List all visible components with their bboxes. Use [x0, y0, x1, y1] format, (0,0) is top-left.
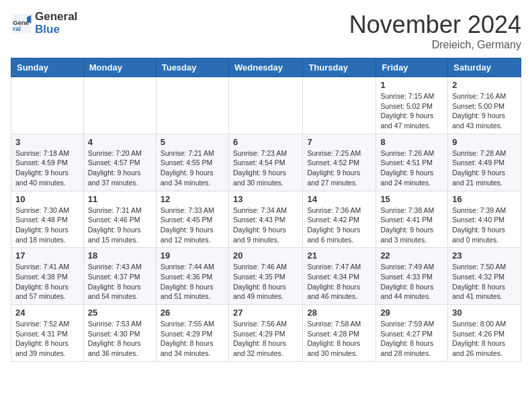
day-cell: 30Sunrise: 8:00 AM Sunset: 4:26 PM Dayli… — [448, 305, 521, 362]
day-info: Sunrise: 7:43 AM Sunset: 4:37 PM Dayligh… — [88, 262, 152, 302]
day-cell: 21Sunrise: 7:47 AM Sunset: 4:34 PM Dayli… — [303, 248, 376, 305]
day-info: Sunrise: 7:39 AM Sunset: 4:40 PM Dayligh… — [452, 205, 517, 245]
day-number: 24 — [15, 308, 79, 318]
weekday-header-wednesday: Wednesday — [228, 58, 302, 77]
calendar: SundayMondayTuesdayWednesdayThursdayFrid… — [11, 58, 521, 362]
day-number: 30 — [452, 308, 517, 318]
day-cell: 11Sunrise: 7:31 AM Sunset: 4:46 PM Dayli… — [83, 191, 156, 248]
day-number: 11 — [88, 194, 152, 204]
day-number: 10 — [15, 194, 79, 204]
day-cell: 27Sunrise: 7:56 AM Sunset: 4:29 PM Dayli… — [228, 305, 302, 362]
day-number: 28 — [307, 308, 371, 318]
weekday-header-friday: Friday — [376, 58, 448, 77]
day-cell: 22Sunrise: 7:49 AM Sunset: 4:33 PM Dayli… — [376, 248, 448, 305]
day-number: 21 — [307, 250, 371, 261]
day-cell: 8Sunrise: 7:26 AM Sunset: 4:51 PM Daylig… — [376, 134, 448, 191]
day-cell — [228, 77, 302, 134]
day-number: 17 — [15, 250, 79, 261]
day-cell — [156, 77, 228, 134]
day-number: 23 — [452, 250, 517, 261]
day-cell: 9Sunrise: 7:28 AM Sunset: 4:49 PM Daylig… — [448, 134, 521, 191]
day-number: 12 — [161, 194, 224, 204]
weekday-header-saturday: Saturday — [448, 58, 521, 77]
day-info: Sunrise: 7:33 AM Sunset: 4:45 PM Dayligh… — [161, 205, 224, 245]
week-row-4: 17Sunrise: 7:41 AM Sunset: 4:38 PM Dayli… — [11, 248, 521, 305]
day-cell: 1Sunrise: 7:15 AM Sunset: 5:02 PM Daylig… — [376, 77, 448, 134]
day-info: Sunrise: 7:55 AM Sunset: 4:29 PM Dayligh… — [161, 319, 224, 359]
day-cell: 19Sunrise: 7:44 AM Sunset: 4:36 PM Dayli… — [156, 248, 228, 305]
day-cell: 14Sunrise: 7:36 AM Sunset: 4:42 PM Dayli… — [303, 191, 376, 248]
day-cell: 10Sunrise: 7:30 AM Sunset: 4:48 PM Dayli… — [11, 191, 84, 248]
day-info: Sunrise: 7:20 AM Sunset: 4:57 PM Dayligh… — [88, 148, 152, 188]
day-cell: 12Sunrise: 7:33 AM Sunset: 4:45 PM Dayli… — [156, 191, 228, 248]
day-info: Sunrise: 7:52 AM Sunset: 4:31 PM Dayligh… — [15, 319, 79, 359]
day-info: Sunrise: 7:34 AM Sunset: 4:43 PM Dayligh… — [233, 205, 298, 245]
day-number: 9 — [452, 137, 517, 147]
day-number: 6 — [233, 137, 298, 147]
logo-icon: Gene ral — [11, 13, 32, 34]
day-info: Sunrise: 7:47 AM Sunset: 4:34 PM Dayligh… — [307, 262, 371, 302]
day-info: Sunrise: 7:53 AM Sunset: 4:30 PM Dayligh… — [88, 319, 152, 359]
day-info: Sunrise: 7:18 AM Sunset: 4:59 PM Dayligh… — [15, 148, 79, 188]
day-cell: 18Sunrise: 7:43 AM Sunset: 4:37 PM Dayli… — [83, 248, 156, 305]
day-number: 15 — [380, 194, 443, 204]
day-info: Sunrise: 7:44 AM Sunset: 4:36 PM Dayligh… — [161, 262, 224, 302]
day-number: 7 — [307, 137, 371, 147]
day-info: Sunrise: 7:59 AM Sunset: 4:27 PM Dayligh… — [380, 319, 443, 359]
day-number: 19 — [161, 250, 224, 261]
day-number: 18 — [88, 250, 152, 261]
day-number: 14 — [307, 194, 371, 204]
week-row-3: 10Sunrise: 7:30 AM Sunset: 4:48 PM Dayli… — [11, 191, 521, 248]
day-info: Sunrise: 7:25 AM Sunset: 4:52 PM Dayligh… — [307, 148, 371, 188]
week-row-2: 3Sunrise: 7:18 AM Sunset: 4:59 PM Daylig… — [11, 134, 521, 191]
day-number: 13 — [233, 194, 298, 204]
day-cell: 4Sunrise: 7:20 AM Sunset: 4:57 PM Daylig… — [83, 134, 156, 191]
weekday-header-sunday: Sunday — [11, 58, 84, 77]
day-cell: 25Sunrise: 7:53 AM Sunset: 4:30 PM Dayli… — [83, 305, 156, 362]
day-cell: 3Sunrise: 7:18 AM Sunset: 4:59 PM Daylig… — [11, 134, 84, 191]
location: Dreieich, Germany — [349, 39, 521, 51]
day-cell: 24Sunrise: 7:52 AM Sunset: 4:31 PM Dayli… — [11, 305, 84, 362]
day-cell: 5Sunrise: 7:21 AM Sunset: 4:55 PM Daylig… — [156, 134, 228, 191]
day-info: Sunrise: 7:15 AM Sunset: 5:02 PM Dayligh… — [380, 91, 443, 131]
logo-text: General Blue — [35, 11, 77, 36]
day-info: Sunrise: 7:58 AM Sunset: 4:28 PM Dayligh… — [307, 319, 371, 359]
day-cell: 15Sunrise: 7:38 AM Sunset: 4:41 PM Dayli… — [376, 191, 448, 248]
title-area: November 2024 Dreieich, Germany — [349, 11, 521, 51]
day-number: 3 — [15, 137, 79, 147]
week-row-5: 24Sunrise: 7:52 AM Sunset: 4:31 PM Dayli… — [11, 305, 521, 362]
logo: Gene ral General Blue — [11, 11, 77, 36]
svg-text:ral: ral — [13, 25, 21, 32]
day-cell: 6Sunrise: 7:23 AM Sunset: 4:54 PM Daylig… — [228, 134, 302, 191]
day-cell: 29Sunrise: 7:59 AM Sunset: 4:27 PM Dayli… — [376, 305, 448, 362]
day-info: Sunrise: 7:38 AM Sunset: 4:41 PM Dayligh… — [380, 205, 443, 245]
day-cell — [11, 77, 84, 134]
day-info: Sunrise: 7:16 AM Sunset: 5:00 PM Dayligh… — [452, 91, 517, 131]
day-info: Sunrise: 7:49 AM Sunset: 4:33 PM Dayligh… — [380, 262, 443, 302]
day-number: 1 — [380, 80, 443, 90]
day-cell: 16Sunrise: 7:39 AM Sunset: 4:40 PM Dayli… — [448, 191, 521, 248]
day-info: Sunrise: 7:26 AM Sunset: 4:51 PM Dayligh… — [380, 148, 443, 188]
logo-blue: Blue — [35, 24, 77, 36]
day-number: 5 — [161, 137, 224, 147]
day-cell: 26Sunrise: 7:55 AM Sunset: 4:29 PM Dayli… — [156, 305, 228, 362]
day-number: 16 — [452, 194, 517, 204]
day-number: 4 — [88, 137, 152, 147]
month-title: November 2024 — [349, 11, 521, 39]
day-number: 22 — [380, 250, 443, 261]
day-number: 20 — [233, 250, 298, 261]
day-info: Sunrise: 7:36 AM Sunset: 4:42 PM Dayligh… — [307, 205, 371, 245]
day-info: Sunrise: 7:23 AM Sunset: 4:54 PM Dayligh… — [233, 148, 298, 188]
weekday-header-tuesday: Tuesday — [156, 58, 228, 77]
day-number: 29 — [380, 308, 443, 318]
day-info: Sunrise: 7:50 AM Sunset: 4:32 PM Dayligh… — [452, 262, 517, 302]
day-number: 2 — [452, 80, 517, 90]
day-info: Sunrise: 7:56 AM Sunset: 4:29 PM Dayligh… — [233, 319, 298, 359]
weekday-header-thursday: Thursday — [303, 58, 376, 77]
day-number: 25 — [88, 308, 152, 318]
day-cell — [83, 77, 156, 134]
day-number: 26 — [161, 308, 224, 318]
day-info: Sunrise: 8:00 AM Sunset: 4:26 PM Dayligh… — [452, 319, 517, 359]
day-number: 27 — [233, 308, 298, 318]
weekday-header-row: SundayMondayTuesdayWednesdayThursdayFrid… — [11, 58, 521, 77]
